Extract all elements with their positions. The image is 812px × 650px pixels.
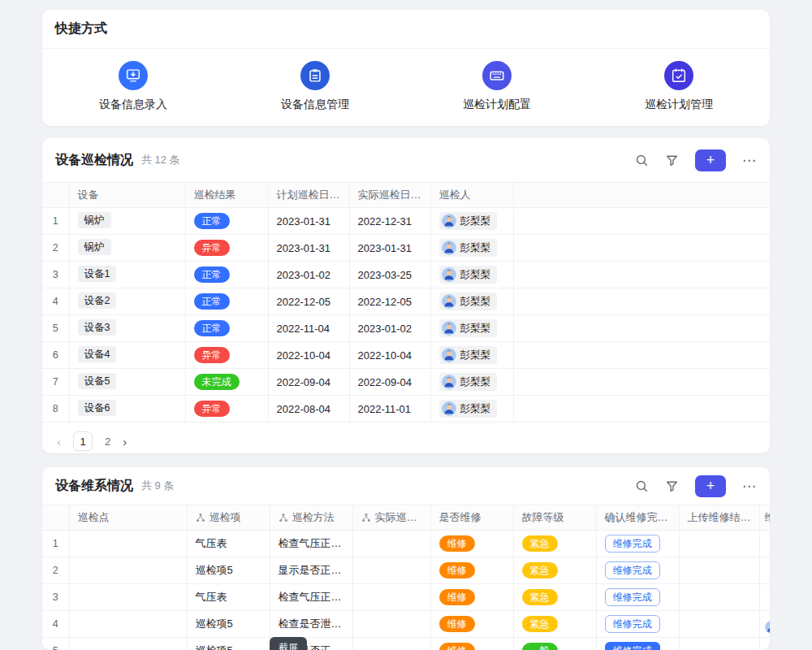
repair-done-button[interactable]: 维修完成 [605,642,660,650]
cell-plan-date[interactable]: 2022-10-04 [268,342,349,369]
add-record-button[interactable]: + [695,475,726,497]
search-icon[interactable] [635,154,649,167]
search-icon[interactable] [635,479,649,493]
cell-plan-date[interactable]: 2023-01-31 [268,235,349,262]
cell-point[interactable] [69,611,187,638]
col-confirm[interactable]: 确认维修完… [596,505,679,531]
cell-actual[interactable] [352,584,430,611]
cell-repair[interactable]: 维修 [430,611,513,638]
filter-icon[interactable] [665,154,679,167]
col-actual-date[interactable]: 实际巡检日… [349,183,430,208]
cell-result[interactable]: 正常 [185,288,268,315]
more-icon[interactable]: ⋯ [742,478,757,495]
cell-method[interactable]: 显示是否正… [270,557,352,584]
cell-upload[interactable] [679,611,759,638]
next-page-icon[interactable]: › [123,435,127,448]
cell-result[interactable]: 正常 [185,315,268,342]
cell-item[interactable]: 巡检项5 [187,611,270,638]
col-extra[interactable]: 维… [759,505,770,531]
col-inspector[interactable]: 巡检人 [430,183,513,208]
cell-plan-date[interactable]: 2022-09-04 [268,369,349,396]
screenshot-tooltip[interactable]: 截屏 [270,637,307,650]
repair-done-button[interactable]: 维修完成 [605,588,660,606]
cell-method[interactable]: 检查气压正… [270,531,352,557]
repair-done-button[interactable]: 维修完成 [605,561,660,579]
cell-plan-date[interactable]: 2022-08-04 [268,396,349,422]
col-level[interactable]: 故障等级 [513,505,596,531]
cell-plan-date[interactable]: 2023-01-31 [268,208,349,235]
cell-item[interactable]: 气压表 [187,531,270,557]
cell-upload[interactable] [679,638,759,650]
cell-device[interactable]: 锅炉 [69,208,185,235]
cell-repair[interactable]: 维修 [430,584,513,611]
cell-inspector[interactable]: 彭梨梨 [430,208,513,235]
cell-actual-date[interactable]: 2023-01-02 [349,315,430,342]
cell-actual-date[interactable]: 2022-12-05 [349,288,430,315]
filter-icon[interactable] [665,479,679,493]
shortcut-device-manage[interactable]: 设备信息管理 [224,61,406,112]
cell-result[interactable]: 异常 [185,396,268,422]
cell-level[interactable]: 紧急 [513,584,596,611]
prev-page-icon[interactable]: ‹ [57,435,61,448]
cell-extra[interactable] [759,557,770,584]
cell-extra[interactable] [759,584,770,611]
cell-device[interactable]: 设备6 [69,396,185,422]
cell-actual[interactable] [352,638,430,650]
cell-plan-date[interactable]: 2022-11-04 [268,315,349,342]
cell-repair[interactable]: 维修 [430,557,513,584]
cell-extra[interactable] [759,611,770,638]
cell-confirm[interactable]: 维修完成 [596,584,679,611]
cell-device[interactable]: 锅炉 [69,235,185,262]
cell-point[interactable] [69,638,187,650]
cell-result[interactable]: 正常 [185,208,268,235]
cell-upload[interactable] [679,557,759,584]
cell-device[interactable]: 设备1 [69,262,185,288]
cell-inspector[interactable]: 彭梨梨 [430,396,513,422]
cell-extra[interactable] [759,531,770,557]
cell-plan-date[interactable]: 2022-12-05 [268,288,349,315]
cell-confirm[interactable]: 维修完成 [596,531,679,557]
col-repair[interactable]: 是否维修 [430,505,513,531]
page-2-button[interactable]: 2 [105,436,110,448]
cell-item[interactable]: 巡检项5 [187,557,270,584]
cell-actual[interactable] [352,611,430,638]
col-item[interactable]: 巡检项 [187,505,270,531]
cell-actual-date[interactable]: 2022-10-04 [349,342,430,369]
cell-level[interactable]: 一般 [513,638,596,650]
col-result[interactable]: 巡检结果 [185,183,268,208]
cell-point[interactable] [69,557,187,584]
cell-inspector[interactable]: 彭梨梨 [430,315,513,342]
page-1-button[interactable]: 1 [73,431,93,451]
cell-result[interactable]: 异常 [185,235,268,262]
cell-result[interactable]: 未完成 [185,369,268,396]
cell-item[interactable]: 巡检项5 [187,638,270,650]
cell-result[interactable]: 正常 [185,262,268,288]
cell-actual-date[interactable]: 2023-01-31 [349,235,430,262]
cell-actual-date[interactable]: 2022-09-04 [349,369,430,396]
cell-device[interactable]: 设备5 [69,369,185,396]
cell-inspector[interactable]: 彭梨梨 [430,342,513,369]
cell-level[interactable]: 紧急 [513,611,596,638]
shortcut-device-entry[interactable]: 设备信息录入 [42,61,224,112]
cell-actual[interactable] [352,531,430,557]
repair-done-button[interactable]: 维修完成 [605,615,660,633]
cell-extra[interactable] [759,638,770,650]
cell-confirm[interactable]: 维修完成 [596,611,679,638]
cell-method[interactable]: 检查气压正… [270,584,352,611]
cell-plan-date[interactable]: 2023-01-02 [268,262,349,288]
col-upload[interactable]: 上传维修结… [679,505,759,531]
more-icon[interactable]: ⋯ [742,152,757,169]
cell-inspector[interactable]: 彭梨梨 [430,235,513,262]
cell-device[interactable]: 设备4 [69,342,185,369]
cell-device[interactable]: 设备3 [69,315,185,342]
cell-level[interactable]: 紧急 [513,531,596,557]
shortcut-plan-config[interactable]: 巡检计划配置 [406,61,588,112]
cell-point[interactable] [69,584,187,611]
shortcut-plan-manage[interactable]: 巡检计划管理 [588,61,770,112]
cell-confirm[interactable]: 维修完成 [596,638,679,650]
cell-actual-date[interactable]: 2022-11-01 [349,396,430,422]
cell-item[interactable]: 气压表 [187,584,270,611]
add-record-button[interactable]: + [695,150,726,171]
col-method[interactable]: 巡检方法 [270,505,352,531]
cell-inspector[interactable]: 彭梨梨 [430,262,513,288]
